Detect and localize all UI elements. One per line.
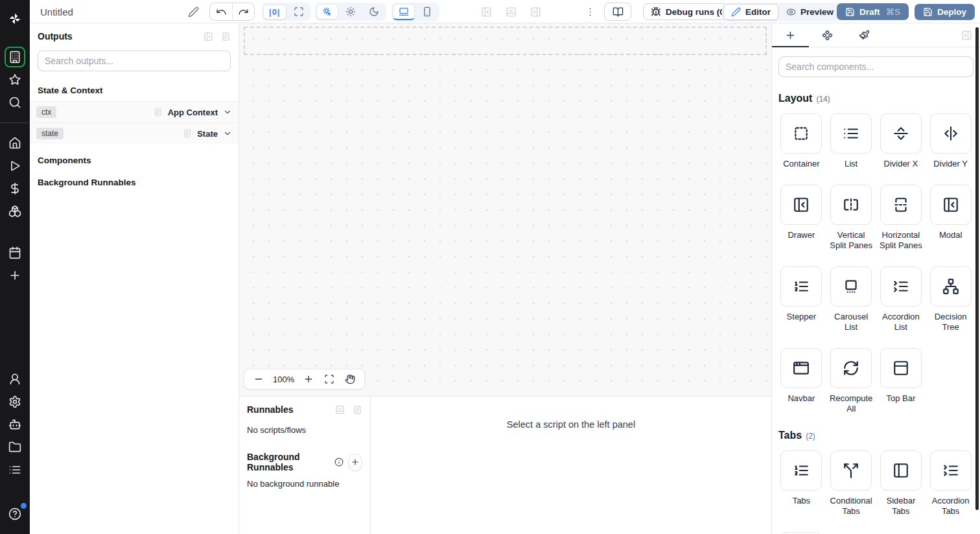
scan-icon — [324, 374, 334, 384]
sidebar-item-favorites[interactable] — [5, 69, 25, 90]
zoom-reset-glyph: |0| — [269, 7, 281, 17]
ctx-output-row[interactable]: ctx App Context — [30, 101, 239, 122]
component-label: Sidebar Tabs — [880, 496, 923, 517]
zoom-reset-button[interactable]: |0| — [263, 5, 286, 19]
windmill-logo[interactable] — [5, 8, 25, 29]
components-scrollbar[interactable] — [975, 27, 979, 510]
theme-dark-button[interactable] — [363, 4, 385, 19]
desktop-view-button[interactable] — [393, 4, 415, 20]
component-card-vertical-split-panes[interactable] — [830, 185, 872, 225]
toggle-left-panel-button[interactable] — [478, 4, 495, 20]
components-panel-tabs — [772, 23, 980, 47]
tab-insert-component[interactable] — [772, 23, 809, 47]
sidebar-item-user[interactable] — [5, 369, 25, 389]
component-card-navbar[interactable] — [780, 348, 822, 388]
sun-icon — [345, 6, 356, 17]
collapse-components-panel-button[interactable] — [961, 30, 972, 41]
tabs-icon — [793, 462, 810, 479]
sidebar-item-workers[interactable] — [5, 414, 25, 435]
component-card-decision-tree[interactable] — [930, 266, 972, 307]
component-card-stepper[interactable] — [780, 266, 822, 307]
notification-dot — [21, 503, 27, 509]
save-draft-button[interactable]: Draft ⌘S — [837, 3, 909, 20]
runnables-doc-button[interactable] — [353, 405, 362, 415]
sidebar-item-resources[interactable] — [5, 201, 25, 222]
add-background-runnable-button[interactable] — [348, 454, 362, 471]
component-label: Modal — [939, 230, 962, 240]
collapse-runnables-button[interactable] — [335, 405, 345, 415]
component-card-horizontal-split-panes[interactable] — [880, 185, 922, 225]
mobile-view-button[interactable] — [416, 4, 438, 19]
no-background-runnable-text: No background runnable — [247, 479, 362, 489]
component-card-sidebar-tabs[interactable] — [880, 450, 922, 491]
toggle-bottom-panel-button[interactable] — [503, 4, 519, 20]
undo-button[interactable] — [210, 3, 232, 20]
search-components-input[interactable] — [778, 56, 974, 77]
app-canvas[interactable]: 100% — [239, 23, 771, 397]
state-output-row[interactable]: state State — [30, 122, 239, 144]
vsplit-icon — [843, 196, 859, 213]
sidebar-item-home[interactable] — [5, 133, 25, 154]
sidebar-item-runs[interactable] — [5, 156, 25, 176]
component-label: Carousel List — [830, 312, 873, 332]
script-editor-placeholder: Select a script on the left panel — [371, 397, 771, 534]
sidebar-item-logs[interactable] — [5, 459, 25, 480]
redo-button[interactable] — [232, 3, 254, 20]
chevron-down-icon[interactable] — [223, 108, 232, 117]
toggle-right-panel-button[interactable] — [528, 4, 544, 20]
more-menu-button[interactable] — [582, 4, 598, 20]
edit-title-button[interactable] — [185, 4, 202, 20]
component-card-top-bar[interactable] — [880, 348, 922, 388]
component-card-accordion-tabs[interactable] — [930, 450, 972, 491]
panel-right-close-icon — [961, 30, 972, 41]
sidebar-item-schedules[interactable] — [5, 242, 25, 263]
sidebar-item-folders[interactable] — [5, 437, 25, 458]
plus-icon — [8, 269, 21, 282]
component-card-divider-y[interactable] — [930, 113, 972, 154]
fit-view-button[interactable] — [288, 4, 310, 19]
editor-mode-button[interactable]: Editor — [723, 4, 778, 20]
moon-icon — [369, 6, 379, 17]
component-card-recompute-all[interactable] — [830, 348, 872, 388]
component-card-modal[interactable] — [930, 185, 972, 225]
preview-mode-button[interactable]: Preview — [778, 4, 841, 20]
sidebar-item-help[interactable] — [5, 504, 25, 524]
info-icon[interactable] — [334, 458, 344, 467]
document-icon — [221, 32, 231, 41]
pan-tool-button[interactable] — [341, 372, 359, 386]
component-card-list[interactable] — [830, 113, 872, 154]
component-card-carousel-list[interactable] — [830, 266, 872, 307]
collapse-outputs-button[interactable] — [204, 32, 213, 41]
component-card-conditional-tabs[interactable] — [830, 450, 872, 491]
sidebar-item-app-editor[interactable] — [5, 47, 25, 67]
zoom-in-button[interactable] — [299, 372, 318, 386]
component-label: Container — [783, 159, 819, 169]
chevron-down-icon[interactable] — [223, 129, 232, 138]
search-outputs-input[interactable] — [38, 51, 231, 71]
panel-bottom-icon — [506, 6, 517, 17]
components-sections: Layout(14)ContainerListDivider XDivider … — [772, 93, 980, 534]
debug-runs-button[interactable]: Debug runs (0) — [643, 3, 735, 20]
fullscreen-button[interactable] — [320, 372, 338, 386]
header-drop-zone[interactable] — [244, 27, 767, 55]
sidebar-item-create[interactable] — [5, 265, 25, 286]
component-card-drawer[interactable] — [780, 185, 822, 225]
tab-theme[interactable] — [846, 23, 883, 47]
sidebar-item-variables[interactable] — [5, 178, 25, 199]
user-icon — [8, 373, 21, 386]
component-card-tabs[interactable] — [780, 450, 822, 491]
sidebar-item-settings[interactable] — [5, 391, 25, 412]
docs-button[interactable] — [605, 3, 631, 20]
component-card-accordion-list[interactable] — [880, 266, 922, 307]
theme-light-button[interactable] — [340, 4, 362, 19]
zoom-out-button[interactable] — [250, 372, 268, 386]
sidebar-item-search[interactable] — [5, 92, 25, 113]
component-card-divider-x[interactable] — [880, 113, 922, 154]
component-grid-layout: ContainerListDivider XDivider YDrawerVer… — [772, 113, 980, 414]
component-card-container[interactable] — [780, 113, 822, 154]
bug-icon — [651, 6, 661, 17]
theme-auto-button[interactable] — [316, 4, 338, 19]
tab-component-settings[interactable] — [809, 23, 846, 47]
deploy-button[interactable]: Deploy — [915, 4, 975, 20]
outputs-doc-button[interactable] — [221, 32, 231, 41]
